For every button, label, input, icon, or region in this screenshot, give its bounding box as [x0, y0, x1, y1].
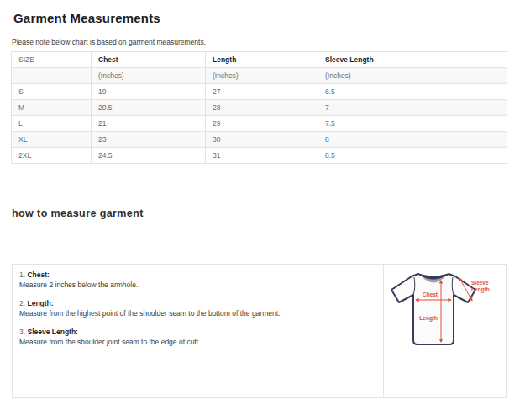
tshirt-measurement-diagram: Chest Length Sleeve Length: [386, 269, 501, 353]
sleeve-length-label-line2: Length: [471, 286, 490, 293]
note-text: Please note below chart is based on garm…: [12, 38, 525, 46]
instruction-text: Measure from the highest point of the sh…: [19, 308, 375, 318]
cell-length: 31: [206, 148, 318, 164]
column-header-length: Length: [206, 52, 318, 68]
units-row: (Inches) (Inches) (Inches): [12, 68, 507, 84]
page-title: Garment Measurements: [13, 11, 525, 26]
length-label: Length: [419, 315, 438, 322]
instruction-length: 2. Length: Measure from the highest poin…: [19, 298, 375, 318]
instruction-label: 3. Sleeve Length:: [19, 327, 375, 337]
table-row-s: S 19 27 6.5: [12, 84, 507, 100]
table-row-xl: XL 23 30 8: [12, 132, 507, 148]
how-to-measure-title: how to measure garment: [12, 207, 525, 219]
column-header-chest: Chest: [92, 52, 206, 68]
cell-chest: 20.5: [92, 100, 206, 116]
cell-chest: 24.5: [92, 148, 206, 164]
column-header-size: SIZE: [12, 52, 92, 68]
cell-length: 29: [206, 116, 318, 132]
table-row-2xl: 2XL 24.5 31 8.5: [12, 148, 507, 164]
cell-sleeve: 7: [318, 100, 507, 116]
units-cell-empty: [12, 68, 92, 84]
cell-sleeve: 8: [318, 132, 507, 148]
cell-chest: 21: [92, 116, 206, 132]
cell-length: 28: [206, 100, 318, 116]
cell-size: XL: [12, 132, 92, 148]
sleeve-length-label-line1: Sleeve: [471, 280, 489, 286]
instruction-chest: 1. Chest: Measure 2 inches below the arm…: [19, 270, 375, 290]
units-cell: (Inches): [206, 68, 318, 84]
cell-sleeve: 6.5: [318, 84, 507, 100]
diagram-column: Chest Length Sleeve Length: [384, 265, 506, 397]
cell-sleeve: 8.5: [318, 148, 507, 164]
units-cell: (Inches): [92, 68, 206, 84]
header-row: SIZE Chest Length Sleeve Length: [12, 52, 507, 68]
instruction-text: Measure from the shoulder joint seam to …: [19, 337, 375, 347]
instructions-column: 1. Chest: Measure 2 inches below the arm…: [13, 265, 384, 397]
instruction-label: 1. Chest:: [19, 270, 375, 280]
cell-length: 27: [206, 84, 318, 100]
instruction-text: Measure 2 inches below the armhole.: [19, 280, 375, 290]
size-chart-table: SIZE Chest Length Sleeve Length (Inches)…: [11, 51, 507, 164]
units-cell: (Inches): [318, 68, 507, 84]
instruction-sleeve-length: 3. Sleeve Length: Measure from the shoul…: [19, 327, 375, 347]
instruction-label: 2. Length:: [19, 298, 375, 308]
cell-sleeve: 7.5: [318, 116, 507, 132]
cell-size: S: [12, 84, 92, 100]
table-row-l: L 21 29 7.5: [12, 116, 507, 132]
column-header-sleeve-length: Sleeve Length: [318, 52, 507, 68]
table-row-m: M 20.5 28 7: [12, 100, 507, 116]
cell-chest: 23: [92, 132, 206, 148]
cell-chest: 19: [92, 84, 206, 100]
cell-size: 2XL: [12, 148, 92, 164]
measure-instructions-panel: 1. Chest: Measure 2 inches below the arm…: [12, 264, 507, 398]
cell-length: 30: [206, 132, 318, 148]
cell-size: L: [12, 116, 92, 132]
cell-size: M: [12, 100, 92, 116]
chest-label: Chest: [423, 291, 438, 297]
